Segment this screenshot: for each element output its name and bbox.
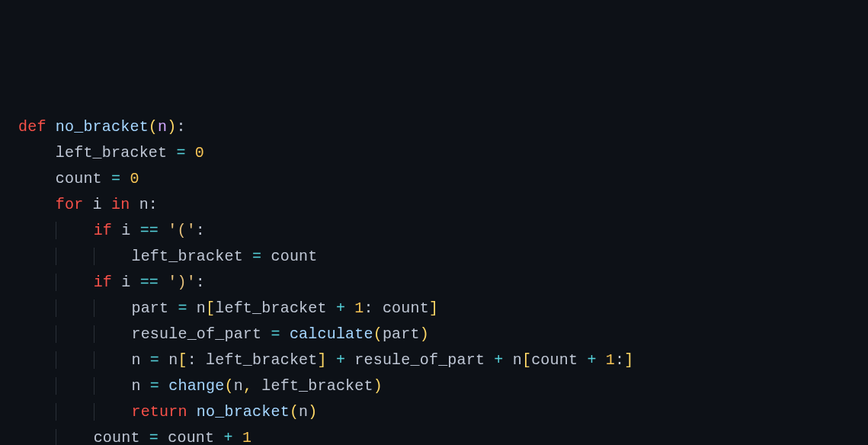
code-line: count = 0 <box>18 166 850 192</box>
code-token: left_bracket <box>206 351 317 369</box>
code-token: left_bracket <box>131 248 252 265</box>
code-token: ) <box>308 403 317 421</box>
code-line: left_bracket = count <box>18 244 850 270</box>
code-token <box>159 274 168 291</box>
code-token: left_bracket <box>56 144 177 162</box>
code-token <box>233 429 242 445</box>
code-token: for <box>56 196 84 213</box>
code-token: i <box>112 222 140 239</box>
code-token <box>159 222 168 239</box>
code-token: part <box>131 299 178 317</box>
code-token: + <box>336 351 345 369</box>
code-token <box>186 144 195 162</box>
code-token: n <box>299 403 308 421</box>
code-line: part = n[left_bracket + 1: count] <box>18 296 850 322</box>
code-token: = <box>111 170 120 187</box>
code-token: if <box>94 274 112 291</box>
code-token: [ <box>178 351 187 369</box>
code-token: 1 <box>606 351 615 369</box>
code-token: [ <box>522 351 531 369</box>
code-token: : <box>176 118 185 136</box>
code-token: : <box>187 351 206 369</box>
code-token: ')' <box>168 274 196 291</box>
code-token: count <box>383 299 429 317</box>
code-token: = <box>149 429 159 445</box>
code-token: = <box>150 351 159 369</box>
code-token: 1 <box>242 429 251 445</box>
code-token: n <box>187 299 206 317</box>
code-line: def no_bracket(n): <box>18 114 850 140</box>
code-token: ) <box>420 325 429 343</box>
code-line: if i == '(': <box>18 218 850 244</box>
code-token <box>187 403 197 421</box>
code-token <box>345 299 354 317</box>
code-token: '(' <box>168 222 196 239</box>
code-line: n = change(n, left_bracket) <box>18 373 850 399</box>
code-token: count <box>159 429 223 445</box>
code-token: i <box>83 196 111 213</box>
code-line: n = n[: left_bracket] + resule_of_part +… <box>18 347 850 373</box>
code-token: ( <box>149 118 158 136</box>
code-line: left_bracket = 0 <box>18 140 850 166</box>
code-token: in <box>111 196 130 213</box>
code-token: , <box>243 377 252 395</box>
code-token: count <box>94 429 149 445</box>
code-token: ( <box>290 403 299 421</box>
code-token: resule_of_part <box>345 351 494 369</box>
code-token: left_bracket <box>252 377 373 395</box>
code-token <box>597 351 606 369</box>
code-token: [ <box>206 299 215 317</box>
code-token: = <box>252 248 261 265</box>
code-token: ( <box>224 377 233 395</box>
code-token: : <box>196 222 205 239</box>
code-line: resule_of_part = calculate(part) <box>18 322 850 347</box>
code-token: count <box>531 351 587 369</box>
code-token: + <box>587 351 596 369</box>
code-token: : <box>615 351 624 369</box>
code-token: n <box>234 377 243 395</box>
code-token: ) <box>167 118 176 136</box>
code-token: no_bracket <box>56 118 149 136</box>
code-token: def <box>18 118 56 136</box>
code-token: : <box>364 299 383 317</box>
code-token <box>159 377 168 395</box>
code-token: = <box>271 325 280 343</box>
code-token: + <box>336 299 345 317</box>
code-token: n <box>131 377 149 395</box>
code-token: resule_of_part <box>131 325 271 343</box>
code-token: = <box>178 299 187 317</box>
code-token: count <box>56 170 111 187</box>
code-token: n <box>158 118 167 136</box>
code-token: n <box>131 351 149 369</box>
code-token <box>120 170 130 187</box>
code-token: if <box>94 222 112 239</box>
code-token: ) <box>373 377 383 395</box>
code-token: : <box>149 196 158 213</box>
code-token: == <box>140 222 159 239</box>
code-line: count = count + 1 <box>18 425 850 445</box>
code-line: if i == ')': <box>18 270 850 296</box>
code-line: for i in n: <box>18 192 850 218</box>
code-token: no_bracket <box>197 403 290 421</box>
code-token: 0 <box>195 144 204 162</box>
code-token: change <box>168 377 224 395</box>
code-token: : <box>196 274 205 291</box>
code-token: 1 <box>354 299 364 317</box>
code-token: = <box>176 144 185 162</box>
code-token: n <box>504 351 522 369</box>
code-token: count <box>261 248 317 265</box>
code-token: left_bracket <box>215 299 336 317</box>
code-line: return no_bracket(n) <box>18 399 850 425</box>
code-token <box>280 325 290 343</box>
code-token: ] <box>429 299 438 317</box>
code-token: ] <box>624 351 633 369</box>
code-token: = <box>150 377 159 395</box>
code-token: 0 <box>130 170 139 187</box>
code-editor[interactable]: def no_bracket(n): left_bracket = 0 coun… <box>18 114 850 445</box>
code-token: n <box>159 351 178 369</box>
code-token: part <box>383 325 420 343</box>
code-token: ] <box>318 351 327 369</box>
code-token: + <box>494 351 503 369</box>
code-token <box>327 351 336 369</box>
code-token: ( <box>373 325 383 343</box>
